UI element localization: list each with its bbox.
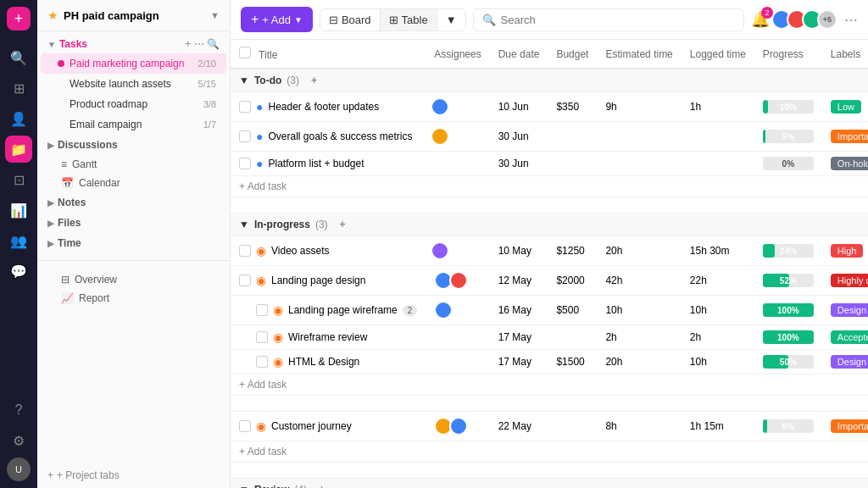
sum-inprogress-value: Sum 59h 30m	[682, 396, 868, 412]
task-checkbox[interactable]	[239, 158, 251, 169]
task-name-label: HTML & Design	[288, 356, 359, 368]
help-icon[interactable]: ?	[5, 396, 32, 424]
board-view-button[interactable]: ⊟ Board	[320, 9, 381, 30]
add-project-tabs-button[interactable]: + + Project tabs	[47, 469, 220, 481]
add-task-label: + Add task	[231, 441, 868, 463]
task-name-label: Landing page design	[271, 274, 365, 286]
sidebar-item-paid-marketing[interactable]: Paid marketing campaign 2/10	[41, 53, 226, 74]
task-est-cell: 9h	[597, 92, 681, 122]
section-todo-count: (3)	[287, 75, 299, 86]
task-logged-cell: 15h 30m	[682, 236, 754, 266]
section-review-add-button[interactable]: +	[319, 484, 325, 488]
todo-chevron-icon[interactable]: ▼	[239, 75, 249, 86]
col-labels: Labels	[822, 40, 868, 69]
sidebar-item-product-roadmap[interactable]: Product roadmap 3/8	[41, 94, 226, 114]
col-assignees: Assignees	[426, 40, 489, 69]
overview-icon: ⊟	[61, 274, 70, 286]
everything-icon[interactable]: ⊡	[5, 166, 32, 193]
section-inprogress-count: (3)	[315, 219, 328, 230]
task-checkbox[interactable]	[239, 130, 251, 142]
table-view-button[interactable]: ⊞ Table	[381, 9, 437, 30]
table-row[interactable]: ● Header & footer updates 10 Jun $350 9h…	[231, 92, 868, 122]
plus-icon: +	[251, 12, 259, 27]
sidebar-item-calendar[interactable]: 📅 Calendar	[37, 174, 230, 192]
people-icon[interactable]: 👥	[5, 227, 32, 254]
sidebar-item-website-launch[interactable]: Website launch assets 5/15	[41, 74, 226, 94]
notification-button[interactable]: 🔔 2	[751, 10, 770, 29]
table-row[interactable]: ◉ HTML & Design 17 May $1500 20h 10h 50%…	[231, 350, 868, 374]
task-name-cell: ● Overall goals & success metrics	[231, 122, 426, 152]
discussions-header[interactable]: ▶ Discussions	[37, 135, 230, 155]
review-chevron-icon[interactable]: ▼	[239, 484, 249, 488]
task-due-cell: 30 Jun	[490, 122, 548, 152]
add-quick-button[interactable]: +	[7, 7, 31, 30]
sum-empty	[231, 463, 682, 479]
search-nav-icon[interactable]: 🔍	[5, 44, 32, 71]
user-avatar[interactable]: U	[7, 458, 31, 481]
sidebar-item-email-campaign[interactable]: Email campaign 1/7	[41, 114, 226, 135]
tasks-section-header[interactable]: ▼ Tasks + ⋯ 🔍	[37, 31, 230, 53]
project-header[interactable]: ★ PH paid campaign ▼	[37, 0, 230, 31]
sidebar-item-report[interactable]: 📈 Report	[37, 289, 230, 308]
board-label: Board	[342, 14, 371, 26]
add-task-inprogress-row[interactable]: + Add task	[231, 374, 868, 396]
add-chevron-icon: ▼	[294, 15, 303, 25]
task-est-cell	[597, 152, 681, 176]
add-task-todo-row[interactable]: + Add task	[231, 176, 868, 197]
task-checkbox[interactable]	[239, 274, 251, 286]
table-label: Table	[402, 14, 428, 26]
task-label-cell: Important	[822, 412, 868, 441]
inprogress-chevron-icon[interactable]: ▼	[239, 219, 249, 230]
task-label-badge: Design	[831, 355, 868, 369]
reports-icon[interactable]: 📊	[5, 197, 32, 224]
add-button[interactable]: + + Add ▼	[241, 7, 313, 32]
search-bar[interactable]: 🔍	[473, 8, 744, 31]
task-est-cell: 2h	[597, 325, 681, 350]
task-checkbox[interactable]	[256, 331, 268, 343]
more-options-icon[interactable]: ⋯	[844, 12, 858, 28]
task-checkbox[interactable]	[239, 245, 251, 257]
table-row[interactable]: ◉ Wireframe review 17 May 2h 2h 100% Acc…	[231, 325, 868, 350]
me-icon[interactable]: 👤	[5, 105, 32, 132]
section-todo-add-button[interactable]: +	[311, 75, 317, 86]
task-assignees-cell	[426, 325, 489, 350]
task-checkbox[interactable]	[239, 420, 251, 432]
notes-header[interactable]: ▶ Notes	[37, 192, 230, 213]
task-budget-cell: $350	[548, 92, 597, 122]
table-row[interactable]: ◉ Customer journey 22 May 8h 1h 15m	[231, 412, 868, 441]
task-name-cell: ● Platform list + budget	[231, 152, 426, 176]
table-row[interactable]: ◉ Video assets 10 May $1250 20h 15h 30m …	[231, 236, 868, 266]
tasks-table: Title Assignees Due date Budget Estimate…	[231, 40, 868, 488]
avatar-more: +5	[817, 9, 837, 30]
task-checkbox[interactable]	[256, 304, 268, 316]
task-due-cell: 22 May	[490, 412, 548, 441]
section-inprogress-add-button[interactable]: +	[340, 219, 346, 230]
home-icon[interactable]: ⊞	[5, 75, 32, 102]
section-todo-text: To-do	[254, 75, 281, 86]
task-checkbox[interactable]	[239, 101, 251, 113]
task-checkbox[interactable]	[256, 356, 268, 368]
table-row[interactable]: ● Overall goals & success metrics 30 Jun…	[231, 122, 868, 152]
table-header-row: Title Assignees Due date Budget Estimate…	[231, 40, 868, 69]
projects-icon[interactable]: 📁	[5, 136, 32, 163]
task-logged-cell	[682, 122, 754, 152]
time-header[interactable]: ▶ Time	[37, 233, 230, 253]
sidebar-item-gantt[interactable]: ≡ Gantt	[37, 155, 230, 174]
task-name-cell: ● Header & footer updates	[231, 92, 426, 122]
sidebar-item-overview[interactable]: ⊟ Overview	[37, 270, 230, 289]
task-est-cell: 20h	[597, 236, 681, 266]
search-input[interactable]	[501, 14, 735, 26]
files-header[interactable]: ▶ Files	[37, 213, 230, 233]
more-views-button[interactable]: ▼	[437, 9, 465, 30]
task-budget-cell: $500	[548, 296, 597, 325]
add-task-standalone-row[interactable]: + Add task	[231, 441, 868, 463]
table-row[interactable]: ◉ Landing page design 12 May $2000 42h 2…	[231, 266, 868, 296]
task-name-cell: ◉ Video assets	[231, 236, 426, 266]
select-all-checkbox[interactable]	[239, 47, 251, 58]
table-row[interactable]: ● Platform list + budget 30 Jun 0% On-ho…	[231, 152, 868, 176]
task-name-cell: ◉ Landing page wireframe 2	[231, 296, 426, 325]
chat-icon[interactable]: 💬	[5, 258, 32, 285]
table-row[interactable]: ◉ Landing page wireframe 2 16 May $500 1…	[231, 296, 868, 325]
task-progress-cell: 100%	[754, 325, 822, 350]
settings-icon[interactable]: ⚙	[5, 427, 32, 454]
